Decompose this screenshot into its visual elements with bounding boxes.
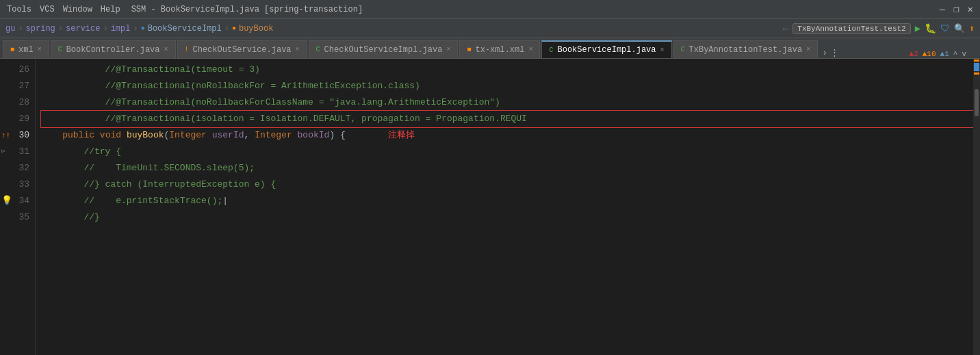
- line-num-32: 32: [0, 160, 35, 176]
- line-num-29-label: 29: [18, 111, 29, 127]
- code-line-35: //}: [41, 209, 973, 226]
- tab-txxml[interactable]: ■ tx-xml.xml ×: [459, 40, 540, 58]
- code-line-32: // TimeUnit.SECONDS.sleep(5);: [41, 160, 973, 176]
- scroll-marker-warn: [974, 73, 979, 75]
- code-30-sp1: [94, 127, 100, 144]
- warning-count[interactable]: ▲10: [923, 50, 936, 58]
- code-28-text: //@Transactional(noRollbackForClassName …: [41, 94, 500, 111]
- code-30-public: public: [62, 127, 94, 144]
- line-num-32-label: 32: [18, 160, 29, 176]
- tab-txxml-close[interactable]: ×: [528, 46, 532, 53]
- breadcrumb-spring[interactable]: spring: [26, 24, 55, 34]
- tab-bookcontroller-close[interactable]: ×: [164, 46, 168, 53]
- tab-checkoutserviceimpl[interactable]: C CheckOutServiceImpl.java ×: [309, 40, 459, 58]
- code-32-text: // TimeUnit.SECONDS.sleep(5);: [41, 160, 255, 176]
- line-num-35: 35: [0, 209, 35, 226]
- code-30-indent: [41, 127, 62, 144]
- info-count[interactable]: ▲1: [940, 50, 949, 58]
- gutter-fold-31-icon[interactable]: ⊳: [1, 144, 5, 160]
- line-num-31: 31 ⊳: [0, 144, 35, 160]
- tab-checkoutservice[interactable]: ! CheckOutService.java ×: [177, 40, 307, 58]
- code-line-26: //@Transactional(timeout = 3): [41, 62, 973, 78]
- tab-xml[interactable]: ■ xml ×: [3, 40, 49, 58]
- editor-area: 26 27 28 29 30 ↑! 31 ⊳ 32 33 34 💡 35 //@…: [0, 59, 980, 355]
- code-line-30: public void buyBook ( Integer userId , I…: [41, 127, 973, 144]
- line-num-29: 29: [0, 111, 35, 127]
- tab-bookserviceimpl-icon: C: [549, 47, 553, 54]
- tab-txbyannotationtest-label: TxByAnnotationTest.java: [689, 45, 803, 55]
- scrollbar-thumb[interactable]: [975, 89, 979, 116]
- code-30-type1: Integer: [169, 127, 207, 144]
- update-button[interactable]: ⬆: [969, 23, 975, 34]
- tabs-overflow-icon[interactable]: ›: [822, 48, 827, 58]
- code-line-34: // e.printStackTrace(); |: [41, 193, 973, 209]
- tabs-menu-icon[interactable]: ⋮: [830, 47, 839, 58]
- coverage-button[interactable]: 🛡: [940, 23, 950, 34]
- search-button[interactable]: 🔍: [954, 23, 965, 34]
- code-27-text: //@Transactional(noRollbackFor = Arithme…: [41, 78, 420, 94]
- menu-window[interactable]: Window: [63, 5, 92, 14]
- line-num-34: 34 💡: [0, 193, 35, 209]
- tab-bookserviceimpl-close[interactable]: ×: [660, 47, 665, 54]
- breadcrumb-sep-3: ›: [103, 24, 107, 34]
- menu-tools[interactable]: Tools: [7, 5, 31, 14]
- breadcrumb-method[interactable]: buyBook: [239, 24, 273, 34]
- breadcrumb-class-icon: ●: [141, 25, 145, 32]
- gutter-arrow-icon: ↑!: [1, 127, 10, 144]
- code-30-paren: (: [164, 127, 169, 144]
- code-29-text: //@Transactional(isolation = Isolation.D…: [41, 111, 527, 127]
- back-navigation-icon[interactable]: ←: [783, 23, 788, 34]
- nav-down-icon[interactable]: v: [962, 50, 966, 58]
- tab-checkoutservice-label: CheckOutService.java: [193, 45, 292, 55]
- tab-xml-label: xml: [18, 45, 34, 55]
- tab-txbyannotationtest-icon: C: [681, 46, 685, 53]
- line-num-33-label: 33: [18, 176, 29, 193]
- breadcrumb-class[interactable]: BookServiceImpl: [148, 24, 222, 34]
- vertical-scrollbar[interactable]: [973, 59, 980, 355]
- breadcrumb-bar: gu › spring › service › impl › ● BookSer…: [0, 19, 980, 38]
- code-line-27: //@Transactional(noRollbackFor = Arithme…: [41, 78, 973, 94]
- tab-bookcontroller[interactable]: C BookController.java ×: [51, 40, 176, 58]
- code-31-text: //try {: [41, 144, 121, 160]
- breadcrumb-service[interactable]: service: [66, 24, 100, 34]
- minimize-button[interactable]: —: [940, 4, 945, 15]
- line-num-27: 27: [0, 78, 35, 94]
- tab-txxml-label: tx-xml.xml: [475, 45, 524, 55]
- error-count[interactable]: ▲2: [910, 50, 918, 58]
- warnings-bar: ▲2 ▲10 ▲1 ^ v: [910, 50, 977, 58]
- line-num-35-label: 35: [18, 209, 29, 226]
- breadcrumb-sep-2: ›: [58, 24, 63, 34]
- line-num-31-label: 31: [18, 144, 29, 160]
- tab-txbyannotationtest[interactable]: C TxByAnnotationTest.java ×: [673, 40, 818, 58]
- title-bar: Tools VCS Window Help SSM - BookServiceI…: [0, 0, 980, 19]
- close-button[interactable]: ✕: [968, 3, 973, 15]
- tab-bookserviceimpl[interactable]: C BookServiceImpl.java ×: [541, 40, 671, 58]
- tab-bookcontroller-icon: C: [58, 46, 62, 53]
- maximize-button[interactable]: ❐: [953, 3, 959, 15]
- line-num-34-label: 34: [18, 193, 29, 209]
- tab-xml-close[interactable]: ×: [38, 46, 42, 53]
- breadcrumb-impl[interactable]: impl: [111, 24, 131, 34]
- line-num-30-label: 30: [18, 127, 29, 144]
- tab-checkoutservice-close[interactable]: ×: [296, 46, 300, 53]
- run-button[interactable]: ▶: [915, 23, 920, 34]
- gutter-hint-icon[interactable]: 💡: [1, 193, 12, 209]
- tab-checkoutservice-icon: !: [185, 46, 189, 53]
- code-line-28: //@Transactional(noRollbackForClassName …: [41, 94, 973, 111]
- menu-help[interactable]: Help: [101, 5, 120, 14]
- nav-up-icon[interactable]: ^: [953, 50, 958, 58]
- line-num-28: 28: [0, 94, 35, 111]
- line-numbers-gutter: 26 27 28 29 30 ↑! 31 ⊳ 32 33 34 💡 35: [0, 59, 36, 355]
- code-30-void: void: [100, 127, 121, 144]
- run-config-dropdown[interactable]: TxByAnnotationTest.test2: [792, 23, 910, 34]
- tab-checkoutserviceimpl-close[interactable]: ×: [446, 46, 450, 53]
- breadcrumb-gu[interactable]: gu: [5, 24, 15, 34]
- debug-button[interactable]: 🐛: [925, 23, 936, 34]
- breadcrumb-sep-5: ›: [224, 24, 229, 34]
- tab-txbyannotationtest-close[interactable]: ×: [806, 46, 810, 53]
- code-30-sp4: [292, 127, 298, 144]
- menu-vcs[interactable]: VCS: [40, 5, 55, 14]
- code-30-comment-chinese: 注释掉: [388, 127, 415, 144]
- tab-checkoutserviceimpl-label: CheckOutServiceImpl.java: [324, 45, 443, 55]
- code-30-sp2: [121, 127, 127, 144]
